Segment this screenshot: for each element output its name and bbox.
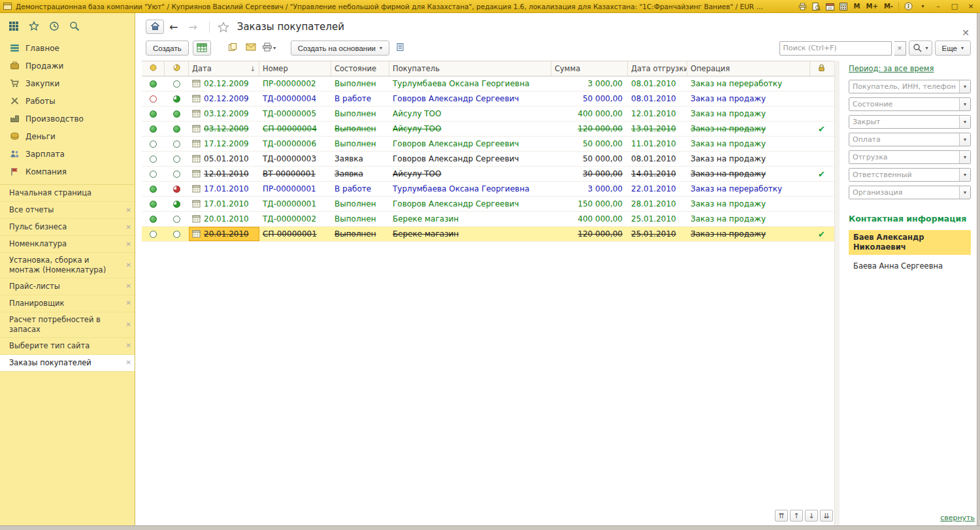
- filter-input[interactable]: [849, 80, 959, 93]
- table-row[interactable]: 05.01.2010ТД-00000003ЗаявкаГоворов Алекс…: [142, 152, 834, 167]
- clear-search-icon[interactable]: ✕: [894, 41, 906, 56]
- sidebar-nav-item[interactable]: Установка, сборка и монтаж (Номенклатура…: [0, 253, 135, 278]
- close-window-button[interactable]: ×: [965, 2, 977, 11]
- search-icon[interactable]: [69, 21, 80, 31]
- table-row[interactable]: 17.12.2009ТД-00000006ВыполненГоворов Але…: [142, 137, 834, 152]
- close-icon[interactable]: ✕: [126, 224, 131, 231]
- chevron-down-icon[interactable]: ▾: [959, 116, 970, 128]
- column-closed[interactable]: [810, 61, 833, 76]
- calculator-icon[interactable]: [839, 2, 849, 11]
- table-row[interactable]: 20.01.2010ТД-00000002ВыполненБереке мага…: [142, 212, 834, 227]
- sidebar-nav-item[interactable]: Все отчеты✕: [0, 202, 135, 219]
- close-icon[interactable]: ✕: [126, 241, 131, 248]
- sidebar-nav-item[interactable]: Начальная страница: [0, 185, 135, 202]
- close-icon[interactable]: ✕: [126, 359, 131, 366]
- sections-menu-icon[interactable]: [8, 21, 19, 31]
- close-icon[interactable]: ✕: [126, 207, 131, 214]
- chevron-down-icon[interactable]: ▾: [959, 80, 970, 93]
- contact-item[interactable]: Баева Анна Сергеевна: [849, 259, 971, 274]
- collapse-link[interactable]: свернуть: [940, 514, 975, 522]
- last-page-button[interactable]: ⇊: [820, 510, 833, 522]
- history-icon[interactable]: [49, 21, 59, 31]
- column-amount[interactable]: Сумма: [551, 61, 628, 76]
- create-based-on-button[interactable]: Создать на основании▾: [291, 41, 389, 56]
- search-input[interactable]: [779, 41, 892, 56]
- contact-item[interactable]: Баев Александр Николаевич: [849, 230, 971, 255]
- list-settings-button[interactable]: [193, 41, 211, 56]
- sidebar-item-main[interactable]: Главное: [0, 39, 135, 57]
- sidebar-nav-item[interactable]: Выберите тип сайта✕: [0, 338, 135, 355]
- filter-input[interactable]: [849, 133, 959, 146]
- close-icon[interactable]: ✕: [126, 262, 131, 269]
- based-document-button[interactable]: [393, 42, 408, 55]
- calendar-icon[interactable]: [825, 2, 835, 11]
- close-icon[interactable]: ✕: [126, 300, 131, 306]
- column-date[interactable]: Дата↓: [189, 61, 259, 76]
- column-ship-date[interactable]: Дата отгрузки: [628, 61, 687, 76]
- sidebar-item-sales[interactable]: Продажи: [0, 57, 135, 75]
- vertical-scrollbar[interactable]: [834, 61, 840, 525]
- sidebar-item-works[interactable]: Работы: [0, 92, 135, 110]
- close-icon[interactable]: ✕: [126, 342, 131, 349]
- create-button[interactable]: Создать: [146, 41, 189, 56]
- close-form-icon[interactable]: ✕: [962, 27, 970, 38]
- column-status[interactable]: [142, 61, 165, 76]
- filter-input[interactable]: [849, 98, 959, 110]
- chevron-down-icon[interactable]: ▾: [959, 169, 970, 181]
- filter-input[interactable]: [849, 169, 959, 181]
- chevron-down-icon[interactable]: ▾: [959, 151, 970, 163]
- column-payment[interactable]: [165, 61, 189, 76]
- minimize-button[interactable]: –: [932, 2, 944, 11]
- search-button[interactable]: ▾: [909, 41, 932, 56]
- sidebar-item-money[interactable]: Деньги: [0, 127, 135, 145]
- chevron-down-icon[interactable]: ▾: [959, 186, 970, 199]
- back-button[interactable]: ←: [164, 21, 183, 33]
- print-preview-icon[interactable]: [811, 2, 821, 11]
- column-customer[interactable]: Покупатель: [389, 61, 551, 76]
- info-icon[interactable]: [904, 2, 913, 11]
- favorite-star-icon[interactable]: [218, 22, 229, 33]
- sidebar-item-purchases[interactable]: Закупки: [0, 75, 135, 92]
- first-page-button[interactable]: ⇈: [775, 510, 788, 522]
- sidebar-item-company[interactable]: Компания: [0, 163, 135, 180]
- table-row[interactable]: 03.12.2009СП-00000004ВыполненАйсулу ТОО1…: [142, 122, 834, 137]
- favorites-icon[interactable]: [29, 21, 39, 31]
- mail-button[interactable]: [244, 42, 258, 55]
- chevron-down-icon[interactable]: ▾: [918, 2, 928, 11]
- chevron-down-icon[interactable]: ▾: [959, 98, 970, 110]
- sidebar-nav-item[interactable]: Заказы покупателей✕: [0, 355, 135, 372]
- sidebar-nav-item[interactable]: Планировщик✕: [0, 295, 135, 312]
- chevron-down-icon[interactable]: ▾: [959, 133, 970, 146]
- memory-add-button[interactable]: М+: [866, 3, 879, 10]
- table-row[interactable]: 02.12.2009ПР-00000002ВыполненТурлумбаева…: [142, 76, 834, 91]
- filter-input[interactable]: [849, 186, 959, 199]
- restore-button[interactable]: □: [949, 2, 960, 11]
- column-operation[interactable]: Операция: [687, 61, 810, 76]
- table-row[interactable]: 02.12.2009ТД-00000004В работеГоворов Але…: [142, 91, 834, 107]
- sidebar-nav-item[interactable]: Пульс бизнеса✕: [0, 219, 135, 236]
- sidebar-item-production[interactable]: Производство: [0, 110, 135, 127]
- print-button[interactable]: ▾: [262, 42, 276, 55]
- close-icon[interactable]: ✕: [126, 322, 131, 328]
- sidebar-item-salary[interactable]: Зарплата: [0, 145, 135, 163]
- table-row[interactable]: 12.01.2010ВТ-00000001ЗаявкаАйсулу ТОО30 …: [142, 167, 834, 182]
- column-number[interactable]: Номер: [259, 61, 331, 76]
- forward-button[interactable]: →: [183, 21, 202, 33]
- next-page-button[interactable]: ↓: [805, 510, 818, 522]
- sidebar-nav-item[interactable]: Прайс-листы✕: [0, 278, 135, 295]
- close-icon[interactable]: ✕: [126, 283, 131, 290]
- copy-button[interactable]: [225, 42, 240, 55]
- period-link[interactable]: Период: за все время: [849, 64, 934, 73]
- home-button[interactable]: [146, 20, 164, 34]
- table-row[interactable]: 03.12.2009ТД-00000005ВыполненАйсулу ТОО4…: [142, 107, 834, 122]
- filter-input[interactable]: [849, 151, 959, 163]
- sidebar-nav-item[interactable]: Расчет потребностей в запасах✕: [0, 312, 135, 338]
- print-icon[interactable]: [798, 2, 808, 11]
- table-row[interactable]: 17.01.2010ТД-00000001ВыполненГоворов Але…: [142, 197, 834, 212]
- memory-recall-button[interactable]: М: [853, 3, 861, 10]
- sidebar-nav-item[interactable]: Номенклатура✕: [0, 236, 135, 253]
- column-state[interactable]: Состояние: [331, 61, 389, 76]
- table-row[interactable]: 20.01.2010СП-00000001ВыполненБереке мага…: [142, 227, 834, 242]
- table-row[interactable]: 17.01.2010ПР-00000001В работеТурлумбаева…: [142, 182, 834, 197]
- filter-input[interactable]: [849, 116, 959, 128]
